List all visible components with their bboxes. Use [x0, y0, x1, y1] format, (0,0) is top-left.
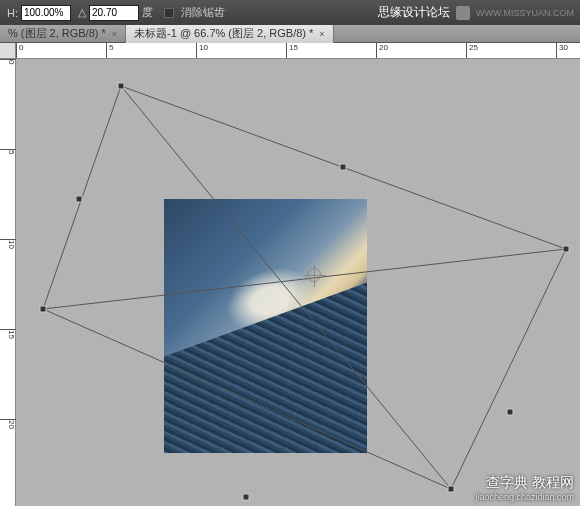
svg-line-3 — [43, 86, 121, 309]
transform-handle[interactable] — [340, 164, 346, 170]
antialias-label: 消除锯齿 — [181, 5, 225, 20]
ruler-tick: 20 — [376, 43, 388, 59]
ruler-origin[interactable] — [0, 43, 16, 59]
watermark-title: 查字典 教程网 — [475, 474, 574, 492]
ruler-tick: 30 — [556, 43, 568, 59]
ruler-tick: 5 — [106, 43, 113, 59]
transform-handle[interactable] — [40, 306, 46, 312]
tab-label: 未标题-1 @ 66.7% (图层 2, RGB/8) * — [134, 26, 313, 41]
height-field: H: — [4, 5, 71, 21]
ruler-tick: 10 — [0, 239, 16, 249]
ruler-tick: 0 — [16, 43, 23, 59]
transform-handle[interactable] — [118, 83, 124, 89]
close-icon[interactable]: × — [319, 29, 324, 39]
document-image[interactable] — [164, 199, 367, 453]
options-bar: H: △ 度 消除锯齿 思缘设计论坛 WWW.MISSYUAN.COM — [0, 0, 580, 25]
transform-handle[interactable] — [563, 246, 569, 252]
tab-label: % (图层 2, RGB/8) * — [8, 26, 106, 41]
ruler-vertical[interactable]: 05101520 — [0, 59, 16, 506]
brand-url: WWW.MISSYUAN.COM — [476, 8, 574, 18]
antialias-checkbox[interactable] — [164, 8, 174, 18]
document-tabs: % (图层 2, RGB/8) * × 未标题-1 @ 66.7% (图层 2,… — [0, 25, 580, 43]
transform-handle[interactable] — [507, 409, 513, 415]
canvas-area[interactable]: 查字典 教程网 jiaocheng.chazidian.com — [16, 59, 580, 506]
transform-center-icon[interactable] — [307, 268, 321, 282]
angle-icon: △ — [78, 6, 86, 19]
angle-unit: 度 — [142, 5, 153, 20]
transform-handle[interactable] — [76, 196, 82, 202]
ruler-tick: 0 — [0, 59, 16, 64]
ruler-tick: 5 — [0, 149, 16, 154]
watermark: 查字典 教程网 jiaocheng.chazidian.com — [475, 474, 574, 502]
ruler-tick: 20 — [0, 419, 16, 429]
ruler-tick: 15 — [0, 329, 16, 339]
angle-input[interactable] — [89, 5, 139, 21]
transform-handle[interactable] — [243, 494, 249, 500]
antialias-field: 消除锯齿 — [160, 5, 228, 20]
brand-text: 思缘设计论坛 — [378, 4, 450, 21]
ruler-horizontal[interactable]: 051015202530 — [0, 43, 580, 59]
height-label: H: — [7, 7, 18, 19]
svg-line-1 — [451, 249, 566, 489]
tab-doc-1[interactable]: % (图层 2, RGB/8) * × — [0, 25, 126, 43]
ruler-tick: 15 — [286, 43, 298, 59]
ruler-tick: 25 — [466, 43, 478, 59]
brand-area: 思缘设计论坛 WWW.MISSYUAN.COM — [378, 4, 574, 21]
pencil-icon — [456, 6, 470, 20]
close-icon[interactable]: × — [112, 29, 117, 39]
tab-doc-2[interactable]: 未标题-1 @ 66.7% (图层 2, RGB/8) * × — [126, 25, 334, 43]
transform-handle[interactable] — [448, 486, 454, 492]
watermark-url: jiaocheng.chazidian.com — [475, 492, 574, 502]
angle-field: △ 度 — [75, 5, 156, 21]
ruler-tick: 10 — [196, 43, 208, 59]
height-input[interactable] — [21, 5, 71, 21]
